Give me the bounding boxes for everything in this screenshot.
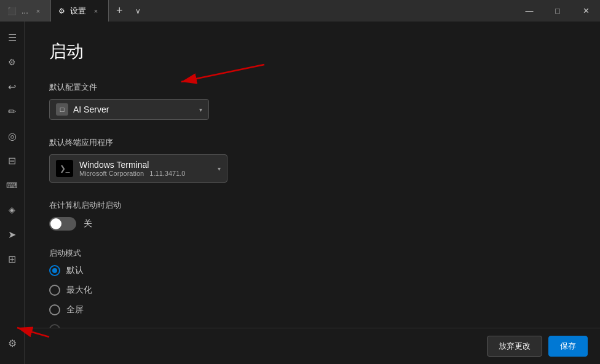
default-profile-select[interactable]: □ AI Server ▾	[49, 99, 209, 120]
sidebar-layers-button[interactable]: ◈	[1, 199, 23, 221]
app-body: ☰ ⚙ ↩ ✏ ◎ ⊟ ⌨ ◈ ➤	[0, 22, 600, 364]
tab-settings[interactable]: ⚙ 设置 ×	[51, 0, 109, 22]
sidebar-profiles-button[interactable]: ⚙	[1, 51, 23, 73]
sidebar-run-button[interactable]: ➤	[1, 223, 23, 245]
launch-mode-default[interactable]: 默认	[49, 265, 575, 276]
sidebar-bottom: ⚙	[1, 332, 23, 359]
launch-mode-label: 启动模式	[49, 248, 575, 259]
toggle-knob	[50, 218, 61, 229]
radio-fullscreen-label: 全屏	[66, 304, 84, 315]
default-terminal-label: 默认终端应用程序	[49, 137, 575, 148]
profile-select-value: AI Server	[73, 105, 194, 114]
terminal-name: Windows Terminal	[79, 160, 211, 170]
settings-footer: 放弃更改 保存	[25, 328, 600, 364]
launch-mode-section: 启动模式 默认 最大化	[49, 248, 575, 328]
terminal-info: Windows Terminal Microsoft Corporation 1…	[79, 160, 211, 177]
terminal-chevron-icon: ▾	[218, 165, 221, 172]
new-tab-button[interactable]: +	[109, 0, 130, 22]
radio-maximized-circle	[49, 285, 60, 296]
sidebar-grid-button[interactable]: ⊞	[1, 248, 23, 270]
sidebar-view-button[interactable]: ◎	[1, 125, 23, 147]
default-terminal-section: 默认终端应用程序 ❯_ Windows Terminal Microsoft C…	[49, 137, 575, 183]
default-profile-section: 默认配置文件 □ AI Server ▾	[49, 82, 575, 120]
radio-default-dot	[52, 268, 57, 273]
start-on-boot-row: 关	[49, 217, 575, 231]
sidebar-top: ☰ ⚙ ↩ ✏ ◎ ⊟ ⌨ ◈ ➤	[1, 26, 23, 332]
launch-mode-fullscreen[interactable]: 全屏	[49, 304, 575, 315]
radio-extra-circle	[49, 324, 60, 328]
launch-mode-options: 默认 最大化 全屏	[49, 265, 575, 328]
minimize-button[interactable]: —	[515, 0, 543, 22]
tab-1[interactable]: ⬛ ... ×	[0, 0, 51, 22]
terminal-version: Microsoft Corporation 1.11.3471.0	[79, 170, 211, 177]
default-terminal-select[interactable]: ❯_ Windows Terminal Microsoft Corporatio…	[49, 154, 227, 183]
profile-chevron-icon: ▾	[199, 106, 202, 113]
sidebar-edit-button[interactable]: ✏	[1, 100, 23, 122]
tab1-close[interactable]: ×	[33, 6, 43, 16]
close-button[interactable]: ✕	[572, 0, 600, 22]
settings-title: 启动	[49, 40, 575, 63]
radio-fullscreen-circle	[49, 304, 60, 315]
start-on-boot-label: 在计算机启动时启动	[49, 200, 575, 211]
start-on-boot-section: 在计算机启动时启动 关	[49, 200, 575, 231]
start-on-boot-toggle[interactable]	[49, 217, 76, 231]
settings-panel: 启动 默认配置文件 □ AI Server ▾ 默认终端应用程序 ❯_	[25, 22, 600, 364]
tab-dropdown-button[interactable]: ∨	[130, 0, 146, 22]
window-controls: — □ ✕	[515, 0, 600, 22]
discard-button[interactable]: 放弃更改	[487, 336, 542, 357]
tab2-icon: ⚙	[58, 7, 65, 15]
radio-maximized-label: 最大化	[66, 285, 92, 296]
save-button[interactable]: 保存	[548, 336, 588, 357]
sidebar-back-button[interactable]: ↩	[1, 76, 23, 98]
launch-mode-extra[interactable]	[49, 324, 575, 328]
radio-default-label: 默认	[66, 265, 84, 276]
tab2-close[interactable]: ×	[91, 6, 101, 16]
terminal-icon: ❯_	[56, 160, 73, 177]
tab2-label: 设置	[70, 6, 86, 17]
sidebar-keyboard-button[interactable]: ⌨	[1, 174, 23, 196]
tab1-label: ...	[22, 6, 28, 15]
tab1-icon: ⬛	[7, 7, 17, 15]
sidebar-pane-button[interactable]: ⊟	[1, 149, 23, 172]
maximize-button[interactable]: □	[543, 0, 572, 22]
profile-icon: □	[56, 103, 68, 116]
settings-content: 启动 默认配置文件 □ AI Server ▾ 默认终端应用程序 ❯_	[25, 22, 600, 328]
sidebar-menu-button[interactable]: ☰	[1, 26, 23, 49]
radio-default-circle	[49, 265, 60, 276]
sidebar: ☰ ⚙ ↩ ✏ ◎ ⊟ ⌨ ◈ ➤	[0, 22, 25, 364]
title-bar: ⬛ ... × ⚙ 设置 × + ∨ — □ ✕	[0, 0, 600, 22]
default-profile-label: 默认配置文件	[49, 82, 575, 93]
launch-mode-maximized[interactable]: 最大化	[49, 285, 575, 296]
sidebar-settings-button[interactable]: ⚙	[1, 332, 23, 354]
toggle-off-label: 关	[84, 218, 92, 229]
